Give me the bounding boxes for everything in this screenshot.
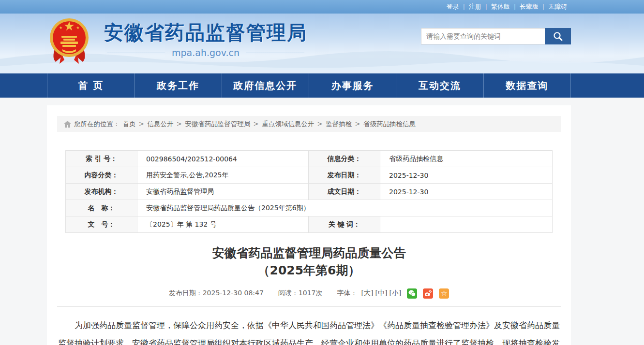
doc-info-row: 发布机构：安徽省药品监督管理局成文日期：2025-12-30 <box>66 184 553 200</box>
doc-info-label: 索 引 号： <box>66 151 137 167</box>
nav-item[interactable]: 办事服务 <box>309 73 396 98</box>
article-body: 为加强药品质量监督管理，保障公众用药安全，依据《中华人民共和国药品管理法》《药品… <box>58 316 560 345</box>
doc-info-label: 发布日期： <box>309 167 380 184</box>
topbar-link[interactable]: 登录 <box>443 2 463 11</box>
doc-info-value: 2025-12-30 <box>380 167 553 184</box>
topbar-link[interactable]: 注册 <box>465 2 485 11</box>
doc-info-value <box>380 216 553 233</box>
article-title-line1: 安徽省药品监督管理局药品质量公告 <box>57 244 561 262</box>
doc-info-value: 002986504/202512-00064 <box>137 151 309 167</box>
favorite-star-icon[interactable]: ☆ <box>439 288 449 299</box>
breadcrumb-separator: > <box>314 120 326 128</box>
doc-info-value: 省级药品抽检信息 <box>380 151 553 167</box>
breadcrumb-separator: > <box>250 120 262 128</box>
font-size-option[interactable]: [小] <box>389 289 401 297</box>
nav-item[interactable]: 政务工作 <box>134 73 221 98</box>
breadcrumb-link[interactable]: 监督抽检 <box>326 120 352 128</box>
doc-info-label: 文 号： <box>66 216 137 233</box>
font-size-option[interactable]: [中] <box>375 289 387 297</box>
view-count: 阅读：1017次 <box>278 289 323 298</box>
doc-info-label: 名 称： <box>66 200 137 216</box>
topbar-link[interactable]: 无障碍 <box>544 2 571 11</box>
nav-item[interactable]: 数据查询 <box>483 73 571 98</box>
article-divider <box>57 306 561 307</box>
site-header: 安徽省药品监督管理局 mpa.ah.gov.cn <box>0 14 644 73</box>
doc-info-label: 发布机构： <box>66 184 137 200</box>
topbar-links: 登录|注册|繁体版|长辈版|无障碍 <box>47 0 571 14</box>
breadcrumb-items: 首页 > 信息公开 > 安徽省药品监督管理局 > 重点领域信息公开 > 监督抽检… <box>123 120 416 129</box>
doc-info-label: 关 键 词： <box>309 216 380 233</box>
nav-item[interactable]: 互动交流 <box>396 73 483 98</box>
doc-info-value: 用药安全警示,公告,2025年 <box>137 167 309 184</box>
main-nav: 首 页政务工作政府信息公开办事服务互动交流数据查询 <box>0 73 644 98</box>
doc-info-row: 文 号：〔2025〕年 第 132 号关 键 词： <box>66 216 553 233</box>
national-emblem-logo <box>48 15 90 66</box>
breadcrumb: 您所在的位置： 首页 > 信息公开 > 安徽省药品监督管理局 > 重点领域信息公… <box>57 116 561 132</box>
home-icon <box>64 121 71 128</box>
doc-info-row: 内容分类：用药安全警示,公告,2025年发布日期：2025-12-30 <box>66 167 553 184</box>
wechat-share-icon[interactable] <box>407 288 417 299</box>
breadcrumb-separator: > <box>173 120 185 128</box>
doc-info-row: 索 引 号：002986504/202512-00064信息分类：省级药品抽检信… <box>66 151 553 167</box>
topbar-link[interactable]: 繁体版 <box>487 2 514 11</box>
nav-item[interactable]: 政府信息公开 <box>222 73 309 98</box>
breadcrumb-link[interactable]: 省级药品抽检信息 <box>363 120 416 128</box>
doc-info-value: 2025-12-30 <box>380 184 553 200</box>
breadcrumb-link[interactable]: 信息公开 <box>147 120 173 128</box>
topbar-link[interactable]: 长辈版 <box>516 2 542 11</box>
font-size-controls: [大][中][小] <box>361 289 402 298</box>
weibo-share-icon[interactable] <box>423 288 433 299</box>
search-input[interactable] <box>421 28 545 44</box>
top-utility-bar: 登录|注册|繁体版|长辈版|无障碍 <box>0 0 644 14</box>
doc-info-value: 安徽省药品监督管理局药品质量公告（2025年第6期） <box>137 200 553 216</box>
article-meta: 发布日期：2025-12-30 08:47 阅读：1017次 字体： [大][中… <box>57 288 561 299</box>
breadcrumb-link[interactable]: 首页 <box>123 120 136 128</box>
article-paragraph: 为加强药品质量监督管理，保障公众用药安全，依据《中华人民共和国药品管理法》《药品… <box>58 316 560 345</box>
breadcrumb-link[interactable]: 安徽省药品监督管理局 <box>185 120 250 128</box>
font-size-option[interactable]: [大] <box>361 289 374 297</box>
article-title: 安徽省药品监督管理局药品质量公告 （2025年第6期） <box>57 244 561 280</box>
breadcrumb-link[interactable]: 重点领域信息公开 <box>262 120 314 128</box>
site-domain: mpa.ah.gov.cn <box>90 47 322 58</box>
breadcrumb-separator: > <box>136 120 148 128</box>
doc-info-label: 成文日期： <box>309 184 380 200</box>
doc-info-label: 内容分类： <box>66 167 137 184</box>
site-search <box>421 28 571 44</box>
content-card: 您所在的位置： 首页 > 信息公开 > 安徽省药品监督管理局 > 重点领域信息公… <box>47 105 571 345</box>
site-title: 安徽省药品监督管理局 <box>90 19 322 46</box>
doc-info-value: 〔2025〕年 第 132 号 <box>137 216 309 233</box>
font-size-label: 字体： <box>337 289 358 298</box>
nav-item[interactable]: 首 页 <box>47 73 134 98</box>
doc-info-table: 索 引 号：002986504/202512-00064信息分类：省级药品抽检信… <box>65 150 553 233</box>
doc-info-value: 安徽省药品监督管理局 <box>137 184 309 200</box>
search-icon <box>553 31 563 42</box>
article-title-line2: （2025年第6期） <box>57 262 561 279</box>
search-button[interactable] <box>545 28 571 44</box>
doc-info-row: 名 称：安徽省药品监督管理局药品质量公告（2025年第6期） <box>66 200 553 216</box>
breadcrumb-prefix: 您所在的位置： <box>74 120 120 129</box>
publish-date: 发布日期：2025-12-30 08:47 <box>169 289 264 298</box>
doc-info-label: 信息分类： <box>309 151 380 167</box>
breadcrumb-separator: > <box>352 120 363 128</box>
